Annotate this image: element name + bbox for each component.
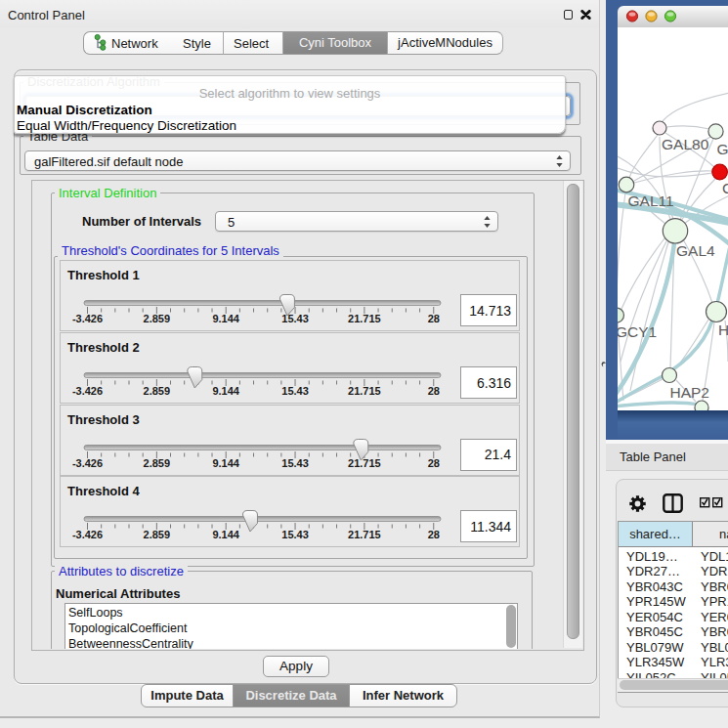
svg-text:28: 28 bbox=[428, 529, 440, 540]
svg-text:21.715: 21.715 bbox=[348, 385, 381, 397]
svg-text:GAL11: GAL11 bbox=[628, 193, 674, 209]
svg-text:GAL4: GAL4 bbox=[676, 242, 715, 259]
svg-text:-3.426: -3.426 bbox=[72, 313, 103, 324]
svg-text:GAL80: GAL80 bbox=[662, 136, 709, 152]
svg-text:15.43: 15.43 bbox=[281, 385, 309, 397]
svg-text:9.144: 9.144 bbox=[212, 457, 239, 469]
svg-text:15.43: 15.43 bbox=[281, 529, 309, 540]
svg-text:28: 28 bbox=[428, 457, 440, 469]
svg-text:-3.426: -3.426 bbox=[72, 385, 103, 397]
svg-text:9.144: 9.144 bbox=[212, 385, 239, 397]
svg-text:C: C bbox=[722, 180, 728, 196]
svg-text:-3.426: -3.426 bbox=[72, 457, 103, 469]
svg-text:9.144: 9.144 bbox=[212, 529, 239, 540]
svg-text:9.144: 9.144 bbox=[212, 313, 239, 324]
svg-text:2.859: 2.859 bbox=[144, 529, 171, 540]
svg-text:21.715: 21.715 bbox=[348, 529, 381, 540]
svg-text:H: H bbox=[718, 321, 728, 338]
svg-text:2.859: 2.859 bbox=[144, 313, 171, 324]
svg-text:15.43: 15.43 bbox=[281, 457, 309, 469]
svg-text:21.715: 21.715 bbox=[348, 457, 381, 469]
svg-text:2.859: 2.859 bbox=[144, 385, 171, 397]
svg-text:28: 28 bbox=[428, 385, 440, 397]
svg-text:2.859: 2.859 bbox=[144, 457, 171, 469]
svg-text:21.715: 21.715 bbox=[348, 313, 381, 324]
svg-text:-3.426: -3.426 bbox=[72, 529, 103, 540]
svg-text:GCY1: GCY1 bbox=[618, 323, 657, 340]
svg-text:G.: G. bbox=[717, 141, 728, 157]
svg-text:HAP2: HAP2 bbox=[670, 384, 710, 401]
svg-text:28: 28 bbox=[428, 313, 440, 324]
svg-text:15.43: 15.43 bbox=[281, 313, 309, 324]
